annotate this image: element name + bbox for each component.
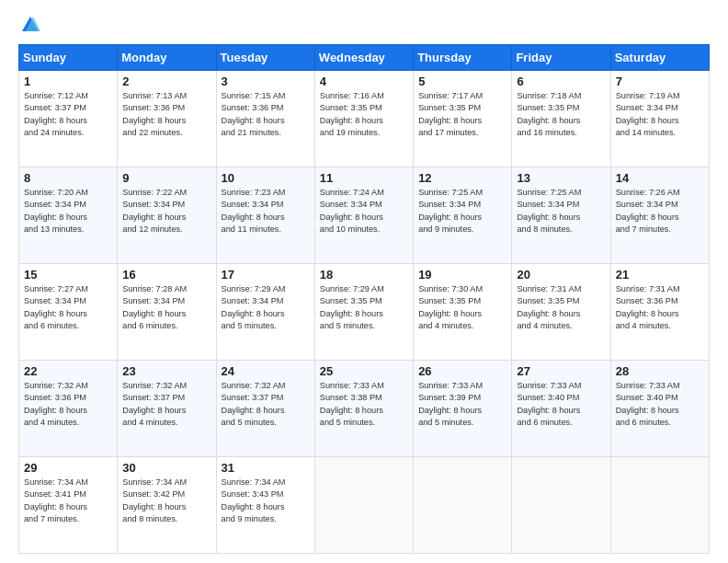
day-info: Sunrise: 7:33 AMSunset: 3:39 PMDaylight:… bbox=[418, 380, 506, 429]
day-cell bbox=[314, 457, 413, 554]
day-info: Sunrise: 7:22 AMSunset: 3:34 PMDaylight:… bbox=[122, 187, 210, 236]
day-info: Sunrise: 7:29 AMSunset: 3:34 PMDaylight:… bbox=[222, 283, 310, 332]
day-cell: 20Sunrise: 7:31 AMSunset: 3:35 PMDayligh… bbox=[512, 264, 610, 361]
day-cell: 7Sunrise: 7:19 AMSunset: 3:34 PMDaylight… bbox=[610, 71, 709, 167]
day-number: 19 bbox=[418, 268, 506, 282]
day-cell: 31Sunrise: 7:34 AMSunset: 3:43 PMDayligh… bbox=[216, 457, 314, 554]
day-number: 30 bbox=[122, 461, 210, 475]
week-row-2: 8Sunrise: 7:20 AMSunset: 3:34 PMDaylight… bbox=[19, 167, 710, 264]
day-info: Sunrise: 7:33 AMSunset: 3:40 PMDaylight:… bbox=[616, 380, 704, 429]
day-number: 13 bbox=[517, 171, 605, 185]
day-of-week-saturday: Saturday bbox=[610, 45, 709, 71]
day-cell bbox=[512, 457, 610, 554]
day-number: 7 bbox=[616, 75, 704, 88]
day-info: Sunrise: 7:26 AMSunset: 3:34 PMDaylight:… bbox=[616, 187, 704, 236]
day-cell: 10Sunrise: 7:23 AMSunset: 3:34 PMDayligh… bbox=[216, 167, 314, 264]
day-info: Sunrise: 7:30 AMSunset: 3:35 PMDaylight:… bbox=[418, 283, 506, 332]
day-number: 29 bbox=[24, 461, 112, 475]
week-row-3: 15Sunrise: 7:27 AMSunset: 3:34 PMDayligh… bbox=[19, 264, 710, 361]
day-info: Sunrise: 7:12 AMSunset: 3:37 PMDaylight:… bbox=[24, 90, 112, 139]
day-info: Sunrise: 7:15 AMSunset: 3:36 PMDaylight:… bbox=[222, 90, 310, 139]
day-number: 4 bbox=[320, 75, 408, 88]
day-info: Sunrise: 7:32 AMSunset: 3:37 PMDaylight:… bbox=[122, 380, 210, 429]
logo-icon bbox=[20, 15, 40, 35]
day-info: Sunrise: 7:19 AMSunset: 3:34 PMDaylight:… bbox=[616, 90, 704, 139]
day-number: 15 bbox=[24, 268, 112, 282]
day-number: 20 bbox=[517, 268, 605, 282]
day-cell: 18Sunrise: 7:29 AMSunset: 3:35 PMDayligh… bbox=[314, 264, 413, 361]
day-info: Sunrise: 7:16 AMSunset: 3:35 PMDaylight:… bbox=[320, 90, 408, 139]
day-cell: 9Sunrise: 7:22 AMSunset: 3:34 PMDaylight… bbox=[118, 167, 216, 264]
day-info: Sunrise: 7:20 AMSunset: 3:34 PMDaylight:… bbox=[24, 187, 112, 236]
day-info: Sunrise: 7:33 AMSunset: 3:40 PMDaylight:… bbox=[517, 380, 605, 429]
day-number: 8 bbox=[24, 171, 112, 185]
day-number: 27 bbox=[517, 364, 605, 378]
day-number: 23 bbox=[122, 364, 210, 378]
day-info: Sunrise: 7:34 AMSunset: 3:41 PMDaylight:… bbox=[24, 477, 112, 525]
logo bbox=[18, 15, 40, 35]
calendar-header: SundayMondayTuesdayWednesdayThursdayFrid… bbox=[19, 45, 710, 71]
day-info: Sunrise: 7:27 AMSunset: 3:34 PMDaylight:… bbox=[24, 283, 112, 332]
calendar: SundayMondayTuesdayWednesdayThursdayFrid… bbox=[18, 44, 710, 554]
day-cell: 8Sunrise: 7:20 AMSunset: 3:34 PMDaylight… bbox=[19, 167, 118, 264]
day-number: 28 bbox=[616, 364, 704, 378]
week-row-5: 29Sunrise: 7:34 AMSunset: 3:41 PMDayligh… bbox=[19, 457, 710, 554]
day-info: Sunrise: 7:33 AMSunset: 3:38 PMDaylight:… bbox=[320, 380, 408, 429]
day-number: 14 bbox=[616, 171, 704, 185]
day-cell: 16Sunrise: 7:28 AMSunset: 3:34 PMDayligh… bbox=[118, 264, 216, 361]
day-number: 9 bbox=[122, 171, 210, 185]
day-number: 25 bbox=[320, 364, 408, 378]
day-number: 21 bbox=[616, 268, 704, 282]
day-info: Sunrise: 7:32 AMSunset: 3:37 PMDaylight:… bbox=[222, 380, 310, 429]
days-of-week-row: SundayMondayTuesdayWednesdayThursdayFrid… bbox=[19, 45, 710, 71]
day-number: 31 bbox=[222, 461, 310, 475]
day-number: 18 bbox=[320, 268, 408, 282]
day-number: 3 bbox=[222, 75, 310, 88]
day-number: 1 bbox=[24, 75, 112, 88]
day-number: 6 bbox=[517, 75, 605, 88]
day-info: Sunrise: 7:17 AMSunset: 3:35 PMDaylight:… bbox=[418, 90, 506, 139]
day-of-week-monday: Monday bbox=[118, 45, 216, 71]
day-cell: 29Sunrise: 7:34 AMSunset: 3:41 PMDayligh… bbox=[19, 457, 118, 554]
week-row-1: 1Sunrise: 7:12 AMSunset: 3:37 PMDaylight… bbox=[19, 71, 710, 167]
day-cell: 4Sunrise: 7:16 AMSunset: 3:35 PMDaylight… bbox=[314, 71, 413, 167]
day-info: Sunrise: 7:13 AMSunset: 3:36 PMDaylight:… bbox=[122, 90, 210, 139]
day-number: 24 bbox=[222, 364, 310, 378]
week-row-4: 22Sunrise: 7:32 AMSunset: 3:36 PMDayligh… bbox=[19, 361, 710, 457]
day-number: 16 bbox=[122, 268, 210, 282]
day-cell: 5Sunrise: 7:17 AMSunset: 3:35 PMDaylight… bbox=[414, 71, 512, 167]
day-cell: 12Sunrise: 7:25 AMSunset: 3:34 PMDayligh… bbox=[414, 167, 512, 264]
day-cell: 17Sunrise: 7:29 AMSunset: 3:34 PMDayligh… bbox=[216, 264, 314, 361]
header bbox=[18, 15, 710, 35]
day-cell: 13Sunrise: 7:25 AMSunset: 3:34 PMDayligh… bbox=[512, 167, 610, 264]
day-info: Sunrise: 7:25 AMSunset: 3:34 PMDaylight:… bbox=[418, 187, 506, 236]
day-info: Sunrise: 7:23 AMSunset: 3:34 PMDaylight:… bbox=[222, 187, 310, 236]
day-of-week-tuesday: Tuesday bbox=[216, 45, 314, 71]
day-info: Sunrise: 7:18 AMSunset: 3:35 PMDaylight:… bbox=[517, 90, 605, 139]
calendar-body: 1Sunrise: 7:12 AMSunset: 3:37 PMDaylight… bbox=[19, 71, 710, 554]
day-cell: 23Sunrise: 7:32 AMSunset: 3:37 PMDayligh… bbox=[118, 361, 216, 457]
day-cell: 21Sunrise: 7:31 AMSunset: 3:36 PMDayligh… bbox=[610, 264, 709, 361]
day-of-week-thursday: Thursday bbox=[414, 45, 512, 71]
day-info: Sunrise: 7:31 AMSunset: 3:35 PMDaylight:… bbox=[517, 283, 605, 332]
day-of-week-friday: Friday bbox=[512, 45, 610, 71]
day-cell: 28Sunrise: 7:33 AMSunset: 3:40 PMDayligh… bbox=[610, 361, 709, 457]
day-cell: 24Sunrise: 7:32 AMSunset: 3:37 PMDayligh… bbox=[216, 361, 314, 457]
day-cell: 6Sunrise: 7:18 AMSunset: 3:35 PMDaylight… bbox=[512, 71, 610, 167]
day-info: Sunrise: 7:25 AMSunset: 3:34 PMDaylight:… bbox=[517, 187, 605, 236]
day-cell: 14Sunrise: 7:26 AMSunset: 3:34 PMDayligh… bbox=[610, 167, 709, 264]
page: SundayMondayTuesdayWednesdayThursdayFrid… bbox=[0, 0, 728, 563]
day-cell: 15Sunrise: 7:27 AMSunset: 3:34 PMDayligh… bbox=[19, 264, 118, 361]
day-cell: 1Sunrise: 7:12 AMSunset: 3:37 PMDaylight… bbox=[19, 71, 118, 167]
day-cell: 3Sunrise: 7:15 AMSunset: 3:36 PMDaylight… bbox=[216, 71, 314, 167]
day-cell: 11Sunrise: 7:24 AMSunset: 3:34 PMDayligh… bbox=[314, 167, 413, 264]
day-cell: 19Sunrise: 7:30 AMSunset: 3:35 PMDayligh… bbox=[414, 264, 512, 361]
day-number: 5 bbox=[418, 75, 506, 88]
day-info: Sunrise: 7:34 AMSunset: 3:43 PMDaylight:… bbox=[222, 477, 310, 525]
day-cell: 30Sunrise: 7:34 AMSunset: 3:42 PMDayligh… bbox=[118, 457, 216, 554]
day-number: 10 bbox=[222, 171, 310, 185]
day-info: Sunrise: 7:24 AMSunset: 3:34 PMDaylight:… bbox=[320, 187, 408, 236]
day-of-week-sunday: Sunday bbox=[19, 45, 118, 71]
day-cell: 26Sunrise: 7:33 AMSunset: 3:39 PMDayligh… bbox=[414, 361, 512, 457]
day-cell: 27Sunrise: 7:33 AMSunset: 3:40 PMDayligh… bbox=[512, 361, 610, 457]
